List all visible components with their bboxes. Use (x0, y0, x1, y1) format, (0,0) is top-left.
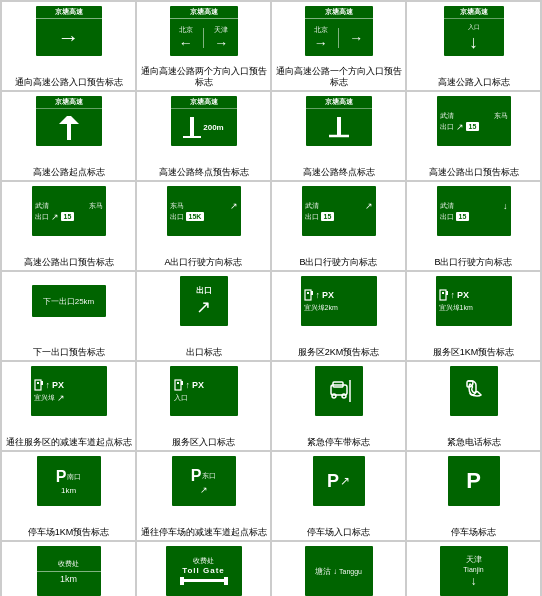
cell-exit-preview-combined: 武清 东马 出口 ↗ 15 高速公路出口预告标志 (406, 91, 541, 181)
sign-toll-gate: 收费处 Toll Gate (164, 544, 244, 596)
cell-direct-lane-2: 天津 Tianjin ↓ 直达车道标志 (406, 541, 541, 596)
sign-parking-decel: P 东口 ↗ (170, 454, 238, 508)
cell-highway-entry: 京塘高速 入口 ↓ 高速公路入口标志 (406, 1, 541, 91)
cell-label-9: 高速公路出口预告标志 (24, 240, 114, 268)
cell-label-13: 下一出口预告标志 (33, 330, 105, 358)
highway-start-icon (59, 114, 79, 142)
svg-rect-16 (175, 380, 181, 390)
sign-service-2km: ↑ PX 宜兴埠2km (299, 274, 379, 328)
svg-rect-13 (35, 380, 41, 390)
cell-label-22: 通往停车场的减速车道起点标志 (141, 510, 267, 538)
sign-parking: P (446, 454, 502, 508)
cell-label-10: A出口行驶方向标志 (164, 240, 242, 268)
cell-service-entry: ↑ PX 入口 服务区入口标志 (136, 361, 271, 451)
cell-label-8: 高速公路出口预告标志 (429, 150, 519, 178)
cell-label-3: 通向高速公路一个方向入口预告标志 (274, 60, 403, 88)
sign-highway-entry: 京塘高速 入口 ↓ (442, 4, 506, 58)
highway-end-preview-icon (183, 115, 201, 141)
svg-marker-1 (59, 116, 67, 124)
svg-rect-3 (190, 117, 194, 137)
cell-label-2: 通向高速公路两个方向入口预告标志 (139, 60, 268, 88)
cell-emergency-stop: 紧急停车带标志 (271, 361, 406, 451)
cell-label-1: 通向高速公路入口预告标志 (15, 60, 123, 88)
cell-label-7: 高速公路终点标志 (303, 150, 375, 178)
svg-point-21 (332, 394, 336, 398)
sign-entry-preview-3: 京塘高速 北京 → → (303, 4, 375, 58)
svg-rect-25 (180, 577, 184, 585)
svg-rect-9 (311, 291, 313, 295)
svg-rect-24 (180, 579, 228, 582)
cell-label-14: 出口标志 (186, 330, 222, 358)
sign-highway-end-preview: 京塘高速 200m (169, 94, 239, 148)
cell-direct-lane-1: 塘沽 ↓ Tanggu 直达车道标志 (271, 541, 406, 596)
cell-service-decel: ↑ PX 宜兴埠 ↗ 通往服务区的减速车道起点标志 (1, 361, 136, 451)
svg-point-22 (342, 394, 346, 398)
phone-icon (460, 376, 488, 406)
cell-exit-direction-b: 武清 ↗ 出口 15 B出口行驶方向标志 (271, 181, 406, 271)
cell-label-20: 紧急电话标志 (447, 420, 501, 448)
sign-exit-direction-b: 武清 ↗ 出口 15 (300, 184, 378, 238)
svg-rect-7 (305, 290, 311, 300)
sign-emergency-stop (313, 364, 365, 418)
cell-label-4: 高速公路入口标志 (438, 60, 510, 88)
cell-label-12: B出口行驶方向标志 (434, 240, 512, 268)
cell-label-15: 服务区2KM预告标志 (298, 330, 380, 358)
sign-highway-name-2: 京塘高速 (170, 6, 238, 19)
cell-label-18: 服务区入口标志 (172, 420, 235, 448)
sign-highway-start: 京塘高速 (34, 94, 104, 148)
main-grid: 京塘高速 → 通向高速公路入口预告标志 京塘高速 北京 ← 天津 (0, 0, 542, 596)
cell-highway-end: 京塘高速 高速公路终点标志 (271, 91, 406, 181)
cell-toll-1km: 收费处 1km 收费处1KM预告标志 (1, 541, 136, 596)
cell-exit-preview-left: 武清 东马 出口 ↗ 15 高速公路出口预告标志 (1, 181, 136, 271)
sign-exit-preview-combined: 武清 东马 出口 ↗ 15 (435, 94, 513, 148)
cell-label-5: 高速公路起点标志 (33, 150, 105, 178)
svg-rect-5 (337, 117, 341, 135)
cell-highway-end-preview: 京塘高速 200m 高速公路终点预告标志 (136, 91, 271, 181)
cell-exit-direction-a: 东马 ↗ 出口 15K A出口行驶方向标志 (136, 181, 271, 271)
svg-rect-17 (177, 382, 179, 384)
cell-label-16: 服务区1KM预告标志 (433, 330, 515, 358)
cell-service-1km: ↑ PX 宜兴埠1km 服务区1KM预告标志 (406, 271, 541, 361)
sign-emergency-phone (448, 364, 500, 418)
cell-label-21: 停车场1KM预告标志 (28, 510, 110, 538)
cell-service-2km: ↑ PX 宜兴埠2km 服务区2KM预告标志 (271, 271, 406, 361)
sign-direct-lane-1: 塘沽 ↓ Tanggu (303, 544, 375, 596)
sign-toll-1km: 收费处 1km (35, 544, 103, 596)
svg-rect-0 (67, 116, 71, 140)
sign-exit-direction-b2: 武清 ↓ 出口 15 (435, 184, 513, 238)
cell-parking-entry: P ↗ 停车场入口标志 (271, 451, 406, 541)
cell-toll-gate: 收费处 Toll Gate 收费处标志 (136, 541, 271, 596)
sign-highway-name: 京塘高速 (36, 6, 102, 19)
svg-rect-26 (224, 577, 228, 585)
sign-exit-preview-left: 武清 东马 出口 ↗ 15 (30, 184, 108, 238)
svg-rect-11 (442, 292, 444, 294)
cell-label-24: 停车场标志 (451, 510, 496, 538)
cell-label-6: 高速公路终点预告标志 (159, 150, 249, 178)
cell-emergency-phone: 紧急电话标志 (406, 361, 541, 451)
cell-next-exit-preview: 下一出口25km 下一出口预告标志 (1, 271, 136, 361)
cell-parking-sign: P 停车场标志 (406, 451, 541, 541)
sign-parking-1km: P 南口 1km (35, 454, 103, 508)
cell-label-23: 停车场入口标志 (307, 510, 370, 538)
cell-entry-preview-1: 京塘高速 → 通向高速公路入口预告标志 (1, 1, 136, 91)
svg-rect-8 (307, 292, 309, 294)
sign-next-exit-preview: 下一出口25km (30, 283, 108, 319)
sign-highway-end: 京塘高速 (304, 94, 374, 148)
sign-exit: 出口 ↗ (178, 274, 230, 328)
cell-label-11: B出口行驶方向标志 (299, 240, 377, 268)
svg-rect-15 (41, 381, 43, 385)
sign-parking-entry: P ↗ (311, 454, 367, 508)
toll-barrier-icon (179, 575, 229, 587)
sign-service-decel: ↑ PX 宜兴埠 ↗ (29, 364, 109, 418)
sign-service-entry: ↑ PX 入口 (168, 364, 240, 418)
sign-highway-name-3: 京塘高速 (305, 6, 373, 19)
cell-entry-preview-2: 京塘高速 北京 ← 天津 → 通向高速公路两个方向入口预告标志 (136, 1, 271, 91)
sign-service-1km: ↑ PX 宜兴埠1km (434, 274, 514, 328)
svg-rect-12 (446, 291, 448, 295)
svg-rect-18 (181, 381, 183, 385)
sign-entry-preview-1: 京塘高速 → (34, 4, 104, 58)
fuel-icon-2 (439, 289, 449, 301)
fuel-icon (304, 289, 314, 301)
sign-entry-preview-2: 京塘高速 北京 ← 天津 → (168, 4, 240, 58)
emergency-stop-icon (325, 375, 353, 407)
